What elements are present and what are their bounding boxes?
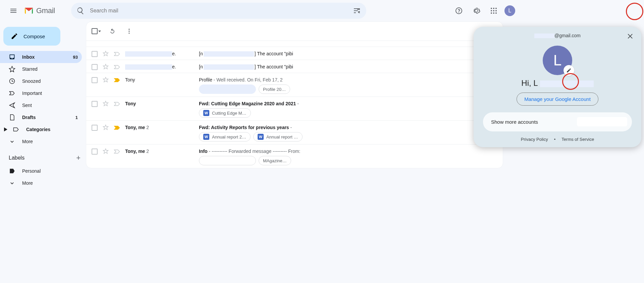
sidebar-item-drafts[interactable]: Drafts1 xyxy=(0,111,82,123)
support-button[interactable] xyxy=(451,3,467,19)
more-icon xyxy=(9,180,15,186)
sidebar-item-sent[interactable]: Sent xyxy=(0,99,82,111)
sidebar-item-more[interactable]: More xyxy=(0,135,82,148)
hamburger-icon xyxy=(9,7,17,15)
manage-account-button[interactable]: Manage your Google Account xyxy=(517,93,522,106)
subject-line: Fwd: Cutting Edge Magazine 2020 and 2021… xyxy=(199,101,497,106)
privacy-link[interactable]: Privacy Policy xyxy=(521,137,522,142)
svg-point-7 xyxy=(493,12,494,14)
subject-line: [n] The account "pibi xyxy=(199,64,497,70)
more-icon xyxy=(9,138,15,145)
mail-row[interactable]: e.[n] The account "pibi xyxy=(86,47,503,60)
row-checkbox[interactable] xyxy=(92,101,98,107)
row-checkbox[interactable] xyxy=(92,51,98,57)
tune-icon xyxy=(353,7,361,15)
label-item-personal[interactable]: Personal xyxy=(0,165,82,177)
svg-point-11 xyxy=(128,31,129,32)
settings-button[interactable] xyxy=(468,3,484,19)
search-options-button[interactable] xyxy=(350,4,364,17)
svg-point-6 xyxy=(491,12,492,14)
sender: e. xyxy=(125,50,194,57)
search-button[interactable] xyxy=(74,4,87,17)
inbox-icon xyxy=(9,54,15,60)
sidebar-item-categories[interactable]: Categories xyxy=(0,123,82,135)
important-icon[interactable] xyxy=(114,125,120,130)
attachment-chip[interactable]: Profile 20… xyxy=(259,84,290,94)
important-icon[interactable] xyxy=(114,78,120,82)
nav-count: 93 xyxy=(73,55,78,60)
svg-point-5 xyxy=(495,10,497,11)
sender: e. xyxy=(125,63,194,70)
star-icon[interactable] xyxy=(102,124,109,131)
starred-icon xyxy=(9,66,15,72)
search-input[interactable] xyxy=(87,8,350,14)
attachment-chips: WAnnual report 2…WAnnual report … xyxy=(199,132,497,142)
star-icon[interactable] xyxy=(102,63,109,70)
attachment-chip[interactable] xyxy=(199,156,256,165)
sidebar-item-snoozed[interactable]: Snoozed xyxy=(0,75,82,87)
nav-label: Starred xyxy=(22,66,38,72)
compose-button[interactable]: Compose xyxy=(3,27,60,46)
row-checkbox[interactable] xyxy=(92,149,98,155)
subject-line: [n] The account "pibi xyxy=(199,51,497,57)
gmail-icon xyxy=(24,7,34,14)
star-icon[interactable] xyxy=(102,76,109,83)
star-icon[interactable] xyxy=(102,50,109,57)
important-icon[interactable] xyxy=(114,52,120,56)
sidebar-item-important[interactable]: Important xyxy=(0,87,82,99)
personal-icon xyxy=(9,168,15,174)
sent-icon xyxy=(9,102,15,109)
labels-title: Labels xyxy=(9,155,24,161)
compose-label: Compose xyxy=(23,34,45,39)
nav-label: Snoozed xyxy=(22,78,41,84)
important-icon[interactable] xyxy=(114,149,120,154)
sidebar-item-inbox[interactable]: Inbox93 xyxy=(0,51,82,63)
sidebar-item-starred[interactable]: Starred xyxy=(0,63,82,75)
attachment-chip[interactable] xyxy=(199,84,256,94)
important-icon[interactable] xyxy=(114,65,120,69)
svg-point-12 xyxy=(128,33,129,34)
sender: Tony xyxy=(125,100,194,106)
account-button[interactable]: L xyxy=(503,4,517,17)
mail-row[interactable]: TonyFwd: Cutting Edge Magazine 2020 and … xyxy=(86,97,503,120)
attachment-chip[interactable]: MAgazine… xyxy=(259,156,291,165)
avatar-letter: L xyxy=(508,8,512,14)
categories-icon xyxy=(13,126,19,133)
row-checkbox[interactable] xyxy=(92,125,98,131)
apps-button[interactable] xyxy=(486,3,502,19)
app-name: Gmail xyxy=(36,6,55,15)
refresh-button[interactable] xyxy=(107,26,118,37)
gear-icon xyxy=(472,7,480,15)
add-label-button[interactable]: + xyxy=(76,154,80,162)
attachment-chip[interactable]: WAnnual report 2… xyxy=(199,132,251,142)
row-checkbox[interactable] xyxy=(92,77,98,83)
sender: Tony xyxy=(125,76,194,82)
star-icon[interactable] xyxy=(102,100,109,107)
row-checkbox[interactable] xyxy=(92,64,98,70)
mail-row[interactable]: Tony, me 2Fwd: Activity Reports for prev… xyxy=(86,120,503,144)
drafts-icon xyxy=(9,114,15,121)
nav-label: Sent xyxy=(22,103,32,108)
more-button[interactable] xyxy=(124,26,135,37)
nav-label: Inbox xyxy=(22,54,35,60)
select-all[interactable] xyxy=(92,28,101,34)
mail-row[interactable]: e.[n] The account "pibi xyxy=(86,60,503,73)
subject-line: Profile - Well received. On Fri, Feb 17,… xyxy=(199,77,497,82)
label-text: Personal xyxy=(22,168,41,174)
mail-row[interactable]: TonyProfile - Well received. On Fri, Feb… xyxy=(86,73,503,97)
checkbox-icon xyxy=(92,28,98,34)
mail-row[interactable]: Tony, me 2Info - ---------- Forwarded me… xyxy=(86,144,503,168)
mail-list: e.[n] The account "pibie.[n] The account… xyxy=(86,21,503,168)
sender: Tony, me 2 xyxy=(125,123,194,130)
search-bar[interactable] xyxy=(71,3,366,19)
star-icon[interactable] xyxy=(102,148,109,155)
attachment-chip[interactable]: WCutting Edge M… xyxy=(199,108,251,118)
label-item-more[interactable]: More xyxy=(0,177,82,189)
snoozed-icon xyxy=(9,78,15,84)
attachment-chip[interactable]: WAnnual report … xyxy=(253,132,303,142)
important-icon[interactable] xyxy=(114,102,120,106)
main-menu-button[interactable] xyxy=(5,3,21,19)
show-more-accounts[interactable]: Show more accounts xyxy=(483,112,522,131)
nav-label: Drafts xyxy=(22,115,36,120)
gmail-logo[interactable]: Gmail xyxy=(24,6,55,15)
